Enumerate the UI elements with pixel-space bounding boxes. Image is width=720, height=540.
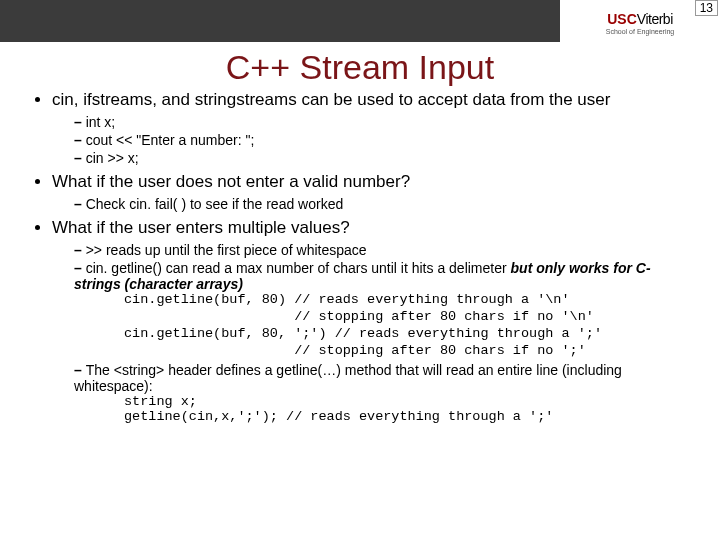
code-line: // stopping after 80 chars if no '\n' [124, 309, 692, 326]
code-line: cin.getline(buf, 80) // reads everything… [124, 292, 692, 309]
bullet-3-sub-2a: cin. getline() can read a max number of … [86, 260, 511, 276]
bullet-3-sub-1: >> reads up until the first piece of whi… [74, 242, 692, 258]
bullet-2-sub-1: Check cin. fail( ) to see if the read wo… [74, 196, 692, 212]
logo-viterbi: Viterbi [637, 11, 673, 27]
header-dark-stripe [0, 0, 560, 42]
slide-content: cin, ifstreams, and stringstreams can be… [0, 90, 720, 424]
code-line: // stopping after 80 chars if no ';' [124, 343, 692, 360]
bullet-3: What if the user enters multiple values?… [52, 218, 692, 424]
bullet-3-sub-3: The <string> header defines a getline(…)… [74, 362, 692, 424]
page-number: 13 [695, 0, 718, 16]
bullet-3-sub-3-text: The <string> header defines a getline(…)… [74, 362, 622, 394]
logo-usc: USC [607, 11, 637, 27]
code-line: cin.getline(buf, 80, ';') // reads every… [124, 326, 692, 343]
logo-subtitle: School of Engineering [606, 28, 675, 35]
code-block-1: cin.getline(buf, 80) // reads everything… [74, 292, 692, 360]
bullet-1-sub-3: cin >> x; [74, 150, 692, 166]
slide-title: C++ Stream Input [0, 48, 720, 87]
bullet-1: cin, ifstreams, and stringstreams can be… [52, 90, 692, 166]
usc-viterbi-logo: USCViterbi [607, 11, 673, 27]
bullet-3-sub-2: cin. getline() can read a max number of … [74, 260, 692, 360]
bullet-2-text: What if the user does not enter a valid … [52, 172, 410, 191]
bullet-1-text: cin, ifstreams, and stringstreams can be… [52, 90, 610, 109]
bullet-1-sub-1: int x; [74, 114, 692, 130]
header-bar: 13 USCViterbi School of Engineering [0, 0, 720, 42]
code-line: string x; [124, 394, 692, 409]
bullet-3-text: What if the user enters multiple values? [52, 218, 350, 237]
code-line: getline(cin,x,';'); // reads everything … [124, 409, 692, 424]
bullet-1-sub-2: cout << "Enter a number: "; [74, 132, 692, 148]
code-block-2: string x; getline(cin,x,';'); // reads e… [74, 394, 692, 424]
bullet-2: What if the user does not enter a valid … [52, 172, 692, 212]
header-right: 13 USCViterbi School of Engineering [560, 0, 720, 42]
